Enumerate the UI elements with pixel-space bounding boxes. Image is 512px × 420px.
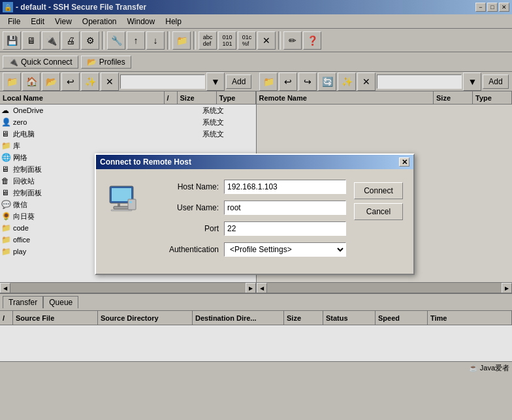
dialog-title-bar: Connect to Remote Host ✕ [96,155,413,169]
port-label: Port [147,224,219,233]
host-name-input[interactable] [224,180,346,194]
host-name-label: Host Name: [147,182,219,191]
user-name-input[interactable] [224,201,346,215]
dialog-form: Host Name: User Name: Port [147,180,346,263]
dialog-buttons: Connect Cancel [354,180,403,263]
dialog-icon-area [106,180,139,263]
user-name-label: User Name: [147,203,219,212]
svg-rect-5 [128,199,136,210]
auth-row: Authentication <Profile Settings> [147,242,346,257]
auth-label: Authentication [147,245,219,254]
dialog-close-button[interactable]: ✕ [399,157,409,167]
computer-icon [107,182,138,219]
svg-rect-6 [129,201,132,203]
dialog-title: Connect to Remote Host [100,157,191,167]
cancel-button[interactable]: Cancel [354,203,403,220]
connect-dialog: Connect to Remote Host ✕ [95,153,415,275]
port-row: Port [147,221,346,236]
dialog-overlay: Connect to Remote Host ✕ [0,0,512,420]
auth-select[interactable]: <Profile Settings> [224,242,346,257]
svg-rect-2 [118,203,120,206]
user-name-row: User Name: [147,201,346,215]
host-name-row: Host Name: [147,180,346,194]
svg-rect-3 [114,206,129,209]
connect-button[interactable]: Connect [354,182,403,199]
dialog-content: Host Name: User Name: Port [96,169,413,274]
port-input[interactable] [224,221,346,236]
